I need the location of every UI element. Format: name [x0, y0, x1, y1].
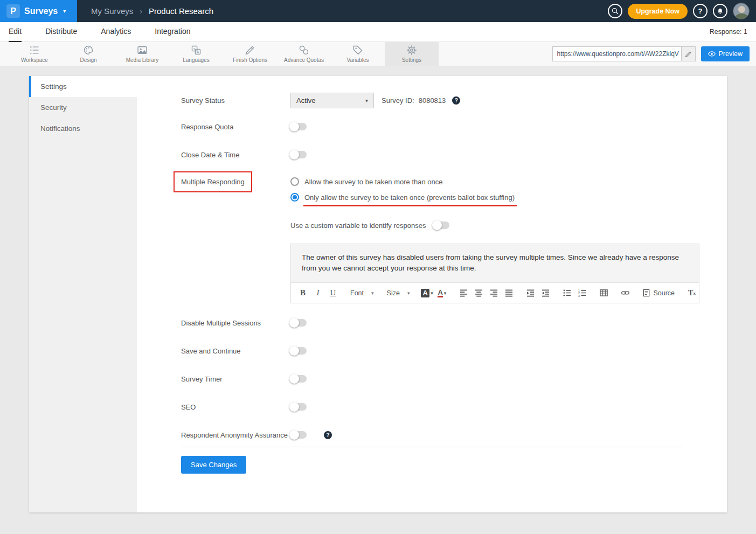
annotation-red-underline: Only allow the survey to be taken once (… [304, 193, 515, 202]
search-icon [612, 8, 619, 15]
custom-variable-toggle[interactable] [433, 221, 449, 229]
quotas-icon [299, 45, 309, 56]
align-center-icon [475, 289, 483, 297]
size-dropdown[interactable]: Size ▾ [385, 289, 412, 297]
toolbar-item-workspace[interactable]: Workspace [8, 42, 61, 66]
tab-analytics[interactable]: Analytics [101, 22, 131, 42]
survey-status-label: Survey Status [181, 96, 290, 105]
sidebar-item-notifications[interactable]: Notifications [29, 118, 137, 139]
palette-icon [83, 45, 94, 56]
align-left-button[interactable] [457, 287, 470, 300]
disable-sessions-label: Disable Multiple Sessions [181, 319, 290, 327]
save-continue-label: Save and Continue [181, 347, 290, 355]
remove-format-button[interactable]: Tx [685, 287, 698, 300]
toolbar-item-languages[interactable]: xA Languages [169, 42, 223, 66]
chevron-down-icon: ▾ [63, 8, 66, 14]
indent-button[interactable] [524, 287, 537, 300]
notifications-button[interactable] [713, 4, 727, 18]
sidebar-item-settings[interactable]: Settings [29, 76, 137, 97]
response-quota-toggle[interactable] [290, 123, 307, 130]
survey-status-select[interactable]: Active ▾ [290, 93, 374, 108]
sidebar-item-security[interactable]: Security [29, 97, 137, 118]
insert-link-button[interactable] [619, 287, 632, 300]
survey-url-field: https://www.questionpro.com/t/AW22ZklqV [552, 46, 696, 61]
italic-button[interactable]: I [311, 287, 324, 300]
align-center-button[interactable] [472, 287, 485, 300]
survey-url-input[interactable]: https://www.questionpro.com/t/AW22ZklqV [553, 47, 681, 61]
close-date-label: Close Date & Time [181, 151, 290, 159]
divider [181, 447, 683, 447]
outdent-button[interactable] [539, 287, 552, 300]
languages-icon: xA [191, 45, 202, 56]
option-allow-multiple[interactable]: Allow the survey to be taken more than o… [290, 177, 515, 186]
align-justify-button[interactable] [502, 287, 515, 300]
breadcrumb-current: Product Research [149, 6, 213, 16]
close-date-toggle[interactable] [290, 151, 307, 158]
response-quota-label: Response Quota [181, 123, 290, 131]
toolbar-item-variables[interactable]: Variables [331, 42, 385, 66]
align-right-button[interactable] [487, 287, 500, 300]
disable-sessions-toggle[interactable] [290, 319, 307, 327]
search-button[interactable] [608, 4, 622, 18]
eye-icon [708, 50, 716, 58]
align-left-icon [460, 289, 468, 297]
chevron-down-icon: ▾ [365, 98, 368, 103]
breadcrumb-my-surveys[interactable]: My Surveys [91, 6, 133, 16]
toolbar-item-settings[interactable]: Settings [385, 42, 439, 66]
bell-icon [717, 8, 724, 15]
help-icon[interactable]: ? [324, 431, 332, 439]
source-button[interactable]: Source [640, 287, 677, 300]
outdent-icon [542, 289, 550, 297]
bold-button[interactable]: B [296, 287, 309, 300]
disable-sessions-row: Disable Multiple Sessions [181, 317, 699, 328]
workspace-icon [29, 45, 40, 56]
edit-url-button[interactable] [681, 47, 695, 61]
source-icon [642, 289, 650, 297]
align-justify-icon [505, 289, 513, 297]
save-continue-row: Save and Continue [181, 345, 699, 356]
indent-icon [526, 289, 535, 297]
response-quota-row: Response Quota [181, 121, 699, 132]
survey-timer-row: Survey Timer [181, 373, 699, 384]
surveys-menu[interactable]: P Surveys ▾ [0, 0, 77, 22]
tab-integration[interactable]: Integration [155, 22, 190, 42]
avatar[interactable] [733, 3, 750, 19]
toolbar-item-advance-quotas[interactable]: Advance Quotas [277, 42, 331, 66]
page-background: Settings Security Notifications Survey S… [0, 66, 756, 534]
survey-timer-toggle[interactable] [290, 375, 307, 383]
anonymity-label: Respondent Anonymity Assurance [181, 431, 290, 439]
multiple-responding-label-cell: Multiple Responding [181, 177, 290, 192]
tab-distribute[interactable]: Distribute [45, 22, 77, 42]
anonymity-toggle[interactable] [290, 431, 307, 439]
save-changes-button[interactable]: Save Changes [181, 456, 246, 474]
numbered-list-icon: 123 [578, 289, 586, 297]
chevron-down-icon: ▾ [371, 290, 374, 296]
background-color-button[interactable]: A ▾ [420, 287, 433, 300]
insert-table-button[interactable] [597, 287, 610, 300]
option-only-once[interactable]: Only allow the survey to be taken once (… [290, 193, 515, 202]
font-dropdown[interactable]: Font ▾ [348, 289, 376, 297]
disabled-message-text[interactable]: The owner of this survey has disabled us… [291, 244, 699, 282]
help-button[interactable]: ? [693, 4, 708, 18]
toolbar-item-design[interactable]: Design [61, 42, 115, 66]
settings-sidebar: Settings Security Notifications [29, 76, 137, 512]
underline-button[interactable]: U [327, 287, 339, 300]
radio-selected-icon [290, 193, 299, 202]
upgrade-now-button[interactable]: Upgrade Now [628, 4, 688, 19]
tab-edit[interactable]: Edit [9, 22, 22, 42]
chevron-down-icon: ▾ [407, 290, 410, 296]
background-color-icon: A [421, 289, 429, 297]
image-icon [137, 45, 148, 56]
help-icon[interactable]: ? [452, 96, 460, 105]
numbered-list-button[interactable]: 123 [575, 287, 588, 300]
tag-icon [352, 45, 363, 56]
toolbar-item-finish-options[interactable]: Finish Options [223, 42, 277, 66]
text-color-button[interactable]: A ▾ [435, 287, 448, 300]
seo-toggle[interactable] [290, 403, 307, 411]
save-continue-toggle[interactable] [290, 347, 307, 355]
toolbar-item-media-library[interactable]: Media Library [115, 42, 169, 66]
bullet-list-button[interactable] [560, 287, 573, 300]
preview-button[interactable]: Preview [701, 46, 750, 61]
custom-variable-label: Use a custom variable to identify respon… [290, 221, 426, 230]
table-icon [600, 289, 608, 297]
